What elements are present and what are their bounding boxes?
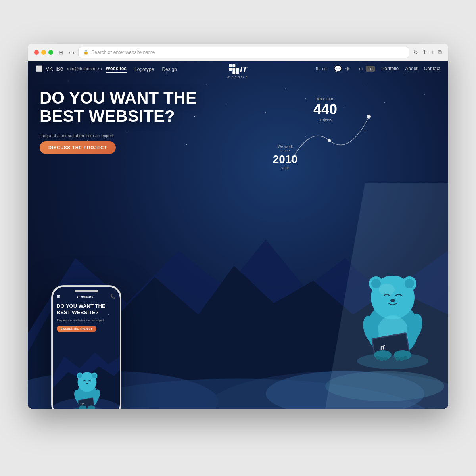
hero-title-line1: DO YOU WANT THE: [40, 89, 206, 107]
phone-screen: IT ⊞ IT maestro 📞 DO YOU WANT THE: [53, 287, 120, 409]
share-icon[interactable]: ⬆: [422, 49, 427, 56]
maximize-button[interactable]: [48, 50, 53, 55]
svg-point-58: [84, 302, 84, 303]
nav-design[interactable]: Design: [162, 67, 177, 72]
vk-icon[interactable]: VK: [46, 65, 53, 72]
stats-label: projects: [313, 118, 337, 122]
whatsapp-icon[interactable]: 💬: [334, 65, 342, 73]
close-button[interactable]: [34, 50, 39, 55]
svg-point-54: [399, 357, 403, 361]
since-we-work: We work: [277, 144, 293, 149]
browser-chrome: ⊞ ‹ › 🔒 Search or enter website name ↻ ⬆…: [28, 44, 448, 61]
social-right-icons: 💬 ✈: [334, 65, 350, 73]
hero-section: DO YOU WANT THE BEST WEBSITE? Request a …: [28, 73, 448, 154]
svg-point-60: [76, 326, 77, 326]
nav-email: info@itmaestro.ru: [67, 66, 102, 71]
nav-about[interactable]: About: [405, 66, 417, 71]
back-button[interactable]: ‹: [69, 49, 71, 56]
lang-ru-button[interactable]: ru: [357, 66, 365, 72]
nav-right: III· on: 💬 ✈ ru en Portfolio About Conta…: [316, 65, 440, 73]
tabs-icon[interactable]: ⧉: [438, 49, 442, 56]
forward-button[interactable]: ›: [73, 49, 75, 56]
stats-since: We work since 2010 year: [273, 144, 298, 170]
mascot: IT: [349, 258, 436, 369]
svg-point-52: [384, 357, 388, 361]
svg-point-55: [403, 356, 407, 360]
website-content: ⬜ VK Be info@itmaestro.ru Websites Logot…: [28, 61, 448, 409]
on-label: III· on:: [316, 66, 328, 71]
logo: IT maestro: [227, 64, 249, 79]
phone-mockup: IT ⊞ IT maestro 📞 DO YOU WANT THE: [52, 286, 121, 409]
traffic-lights: [34, 50, 53, 55]
mascot-svg: IT: [349, 258, 436, 369]
phone-mountain-svg: IT: [53, 345, 120, 409]
nav-arrows: ‹ ›: [69, 49, 74, 56]
refresh-icon[interactable]: ↻: [413, 49, 418, 56]
new-tab-icon[interactable]: +: [431, 49, 434, 56]
phone-frame: IT ⊞ IT maestro 📞 DO YOU WANT THE: [52, 286, 121, 409]
since-year-number: 2010: [273, 153, 298, 166]
nav-websites[interactable]: Websites: [106, 66, 127, 73]
svg-point-59: [108, 314, 109, 315]
address-bar-text: Search or enter website name: [91, 50, 155, 55]
social-icons: ⬜ VK Be: [36, 65, 63, 72]
stats-projects: More than 440 projects: [313, 97, 337, 122]
telegram-icon[interactable]: ✈: [345, 65, 350, 73]
hero-title-line2: BEST WEBSITE?: [40, 107, 206, 125]
cta-button[interactable]: DISCUSS THE PROJECT: [40, 141, 116, 154]
svg-point-70: [92, 374, 96, 378]
lang-en-button[interactable]: en: [366, 66, 375, 72]
svg-point-53: [395, 357, 399, 361]
stats-number: 440: [313, 101, 337, 118]
hero-title: DO YOU WANT THE BEST WEBSITE?: [40, 89, 206, 125]
svg-point-57: [64, 310, 65, 311]
stats-more-label: More than: [313, 97, 337, 101]
minimize-button[interactable]: [41, 50, 46, 55]
tab-icon: ⊞: [57, 48, 65, 56]
svg-point-38: [371, 279, 381, 288]
since-label: We work: [273, 144, 298, 149]
browser-actions: ⬆ + ⧉: [422, 49, 442, 56]
language-switcher: ru en: [357, 66, 375, 72]
phone-notch: [75, 290, 98, 292]
nav-menu-left: Websites Logotype Design: [106, 64, 177, 73]
nav-logotype[interactable]: Logotype: [134, 67, 154, 72]
svg-point-40: [405, 279, 414, 288]
svg-point-41: [390, 299, 395, 302]
svg-point-71: [86, 383, 88, 384]
since-suffix: year: [273, 166, 298, 170]
svg-point-51: [380, 357, 384, 361]
lock-icon: 🔒: [83, 50, 89, 55]
since-word: since: [273, 149, 298, 153]
nav-contact[interactable]: Contact: [424, 66, 440, 71]
address-bar[interactable]: 🔒 Search or enter website name: [78, 47, 409, 58]
svg-point-56: [379, 284, 395, 296]
website-nav: ⬜ VK Be info@itmaestro.ru Websites Logot…: [28, 61, 448, 73]
hero-subtitle: Request a consultation from an expert: [40, 133, 436, 138]
nav-menu-right: Portfolio About Contact: [381, 66, 440, 71]
svg-point-68: [78, 374, 82, 378]
logo-text: maestro: [227, 75, 249, 79]
browser-window: ⊞ ‹ › 🔒 Search or enter website name ↻ ⬆…: [28, 44, 448, 409]
instagram-icon[interactable]: ⬜: [36, 65, 42, 72]
svg-point-50: [376, 356, 380, 360]
nav-left: ⬜ VK Be info@itmaestro.ru Websites Logot…: [36, 64, 177, 73]
behance-icon[interactable]: Be: [56, 65, 63, 72]
nav-portfolio[interactable]: Portfolio: [381, 66, 399, 71]
